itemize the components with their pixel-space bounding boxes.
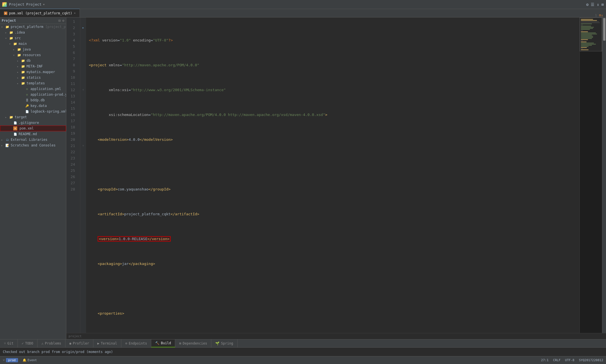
status-branch[interactable]: ⑂ prod: [3, 358, 18, 362]
tab-close-button[interactable]: ×: [74, 12, 76, 15]
tree-item-main[interactable]: ▾ 📁 main: [0, 41, 66, 47]
tab-terminal[interactable]: ▶ Terminal: [93, 339, 121, 347]
line-numbers: 1 2 3 4 5 6 7 8 9 10 11 12 13 14 15 16 1…: [66, 17, 80, 333]
src-folder-icon: 📁: [9, 36, 14, 40]
spring-icon: 🌱: [215, 341, 219, 345]
status-right: 27:1 CRLF UTF-8 SYQ2017220812: [541, 358, 603, 362]
collapse-all-icon[interactable]: ⊟: [59, 19, 61, 23]
tree-arrow-external: ▸: [1, 138, 5, 141]
title-bar-icons: ⚙ ☰ ↕ ⊞: [586, 2, 604, 7]
main-layout: Project ⊟ ⚙ ▾ 📁 project_platform [projec…: [0, 17, 606, 339]
settings-sidebar-icon[interactable]: ⚙: [62, 19, 64, 23]
tree-label-meta: META-INF: [27, 64, 43, 68]
tree-item-templates[interactable]: ▸ 📁 templates: [0, 80, 66, 86]
tree-label-readme: README.md: [19, 132, 37, 136]
minimap-content: [580, 17, 602, 52]
scroll-indicator: 1: [595, 14, 597, 17]
list-icon[interactable]: ☰: [591, 2, 594, 7]
tree-item-idea[interactable]: ▸ 📁 .idea: [0, 30, 66, 35]
tree-item-root[interactable]: ▾ 📁 project_platform [project_platform_c…: [0, 24, 66, 30]
tree-label-mybatis: mybatis.mapper: [27, 70, 55, 74]
code-container[interactable]: 1 2 3 4 5 6 7 8 9 10 11 12 13 14 15 16 1…: [66, 17, 606, 333]
tree-item-readme[interactable]: 📄 README.md: [0, 131, 66, 137]
scrollbar-right[interactable]: [602, 17, 606, 333]
tree-item-gitignore[interactable]: 📄 .gitignore: [0, 120, 66, 126]
dependencies-icon: ⊞: [179, 341, 181, 345]
tab-build-label: Build: [161, 341, 171, 345]
tree-item-meta-inf[interactable]: ▸ 📁 META-INF: [0, 63, 66, 69]
tab-build[interactable]: 🔨 Build: [151, 339, 175, 347]
tab-pom-xml[interactable]: m pom.xml (project_platform_cqkt) ×: [0, 9, 80, 17]
pom-xml-icon: m: [13, 126, 17, 130]
editor-area: 1 2 3 4 5 6 7 8 9 10 11 12 13 14 15 16 1…: [66, 17, 606, 339]
tab-todo[interactable]: ✓ TODO: [18, 339, 38, 347]
code-line-7: <groupId>com.yaquanshao</groupId>: [89, 186, 579, 192]
tree-label-main: main: [19, 42, 27, 46]
status-event: 🔔 Event: [23, 358, 37, 362]
tab-dependencies[interactable]: ⊞ Dependencies: [175, 339, 211, 347]
tab-endpoints[interactable]: ⊙ Endpoints: [121, 339, 151, 347]
sort-icon[interactable]: ↕: [597, 2, 599, 7]
tree-arrow-templates: ▸: [17, 82, 21, 85]
tab-profiler-label: Profiler: [73, 341, 89, 345]
tab-problems[interactable]: ⚠ Problems: [38, 339, 65, 347]
tab-git[interactable]: ⑂ Git: [0, 339, 18, 347]
todo-icon: ✓: [22, 341, 24, 345]
readme-icon: 📄: [13, 132, 17, 136]
tree-item-bddp[interactable]: 🗄 bddp.db: [0, 97, 66, 103]
git-icon: ⑂: [4, 341, 6, 345]
code-content[interactable]: <?xml version="1.0" encoding="UTF-8"?> <…: [86, 17, 579, 333]
tree-item-src[interactable]: ▾ 📁 src: [0, 35, 66, 41]
resources-folder-icon: 📁: [17, 53, 21, 57]
status-bar: ⑂ prod 🔔 Event 27:1 CRLF UTF-8 SYQ201722…: [0, 356, 606, 364]
project-label: Project: [26, 2, 42, 6]
code-line-4: xsi:schemaLocation="http://maven.apache.…: [89, 112, 579, 118]
bottom-tabs: ⑂ Git ✓ TODO ⚠ Problems ◉ Profiler ▶ Ter…: [0, 339, 606, 348]
tab-spring[interactable]: 🌱 Spring: [211, 339, 237, 347]
problems-icon: ⚠: [41, 341, 43, 345]
code-line-6: [89, 161, 579, 168]
project-dropdown[interactable]: Project: [9, 2, 25, 6]
layout-icon[interactable]: ⊞: [601, 2, 604, 7]
tree-item-key[interactable]: 🔑 key.data: [0, 103, 66, 109]
tab-spring-label: Spring: [221, 341, 233, 345]
code-line-1: <?xml version="1.0" encoding="UTF-8"?>: [89, 37, 579, 43]
tree-item-java[interactable]: ▸ 📁 java: [0, 47, 66, 52]
tree-item-mybatis[interactable]: ▸ 📁 mybatis.mapper: [0, 69, 66, 75]
tree-item-scratches[interactable]: ▸ 📝 Scratches and Consoles: [0, 142, 66, 148]
tree-label-src: src: [15, 36, 21, 40]
tree-item-target[interactable]: ▸ 📁 target: [0, 114, 66, 120]
idea-logo: IJ: [2, 2, 7, 7]
tree-label-templates: templates: [27, 81, 45, 85]
tree-item-app-yml[interactable]: ⚙ application.yml: [0, 86, 66, 92]
tree-label-key: key.data: [30, 104, 47, 108]
code-line-9: <version>1.0.0-RELEASE</version>: [89, 236, 579, 242]
templates-folder-icon: 📁: [21, 81, 25, 85]
tree-label-external-libs: External Libraries: [11, 138, 47, 142]
tab-profiler[interactable]: ◉ Profiler: [65, 339, 93, 347]
tab-endpoints-label: Endpoints: [129, 341, 147, 345]
tree-item-logback[interactable]: 📄 logback-spring.xml: [0, 109, 66, 114]
tree-item-statics[interactable]: ▸ 📁 statics: [0, 75, 66, 80]
idea-folder-icon: 📁: [9, 30, 14, 35]
sidebar-header-icons: ⊟ ⚙: [59, 19, 64, 23]
title-bar: IJ Project Project ▾ ⚙ ☰ ↕ ⊞: [0, 0, 606, 9]
tree-item-resources[interactable]: ▾ 📁 resources: [0, 52, 66, 58]
xml-file-icon: m: [4, 12, 7, 15]
tree-item-app-prod-yml[interactable]: ⚙ application-prod.yml: [0, 92, 66, 97]
breadcrumb: project: [69, 334, 82, 338]
tree-arrow-resources: ▾: [13, 54, 17, 57]
tree-item-db[interactable]: ▸ 📁 db: [0, 58, 66, 63]
tree-label-app-yml: application.yml: [30, 87, 61, 91]
tree-item-pom-xml[interactable]: m pom.xml: [0, 126, 66, 131]
terminal-icon: ▶: [97, 341, 99, 345]
tree-label-logback: logback-spring.xml: [30, 109, 66, 113]
meta-folder-icon: 📁: [21, 64, 25, 69]
tab-problems-label: Problems: [45, 341, 61, 345]
sidebar-header: Project ⊟ ⚙: [0, 17, 66, 24]
tree-label-app-prod-yml: application-prod.yml: [30, 93, 66, 97]
tree-item-external-libs[interactable]: ▸ 🗂 External Libraries: [0, 137, 66, 142]
settings-icon[interactable]: ⚙: [586, 2, 589, 7]
mybatis-folder-icon: 📁: [21, 70, 25, 74]
code-line-12: <properties>: [89, 310, 579, 317]
